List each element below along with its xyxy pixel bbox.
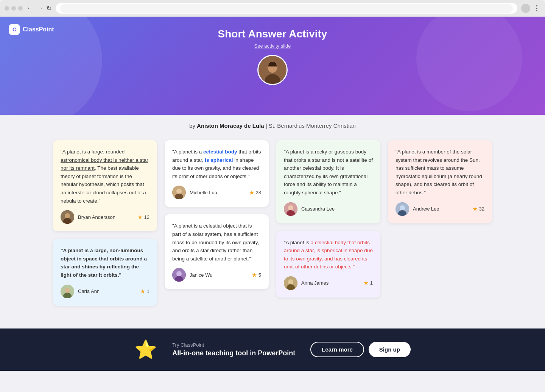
answer-card-andrew: "A planet is a member of the solar syste… xyxy=(388,140,492,223)
browser-window-controls xyxy=(5,6,23,11)
svg-point-23 xyxy=(400,205,405,211)
answer-text-bryan: "A planet is a large, rounded astronomic… xyxy=(61,148,149,205)
avatar-bryan xyxy=(61,210,74,224)
svg-point-20 xyxy=(288,279,293,285)
teacher-avatar-img xyxy=(258,55,287,85)
blue-bold-spherical: is spherical xyxy=(205,157,233,163)
profile-icon xyxy=(521,4,530,13)
star-icon: ★ xyxy=(137,214,143,221)
school-name: St. Bernardius Monterrey Christian xyxy=(269,122,356,129)
star-count-janice: 5 xyxy=(258,272,261,278)
red-text-anna: a celestial body that orbits around a st… xyxy=(284,240,373,270)
star-count-andrew: 32 xyxy=(479,206,484,212)
see-activity-slide-link[interactable]: See activity slide xyxy=(0,43,545,49)
card-footer-anna: Anna James ★ 1 xyxy=(284,276,373,290)
browser-menu-button[interactable]: ⋮ xyxy=(533,4,540,12)
star-count-carla: 1 xyxy=(147,288,149,294)
stars-carla: ★ 1 xyxy=(140,288,149,295)
carla-bold-text: "A planet is a large, non-luminous objec… xyxy=(61,248,147,278)
svg-point-8 xyxy=(65,288,70,293)
card-footer-andrew: Andrew Lee ★ 32 xyxy=(396,202,484,216)
star-count-bryan: 12 xyxy=(144,214,149,220)
svg-point-14 xyxy=(176,271,182,276)
answer-card-janice: "A planet is a celestial object that is … xyxy=(165,214,269,289)
stars-bryan: ★ 12 xyxy=(137,214,149,221)
card-footer-michelle: Michelle Lua ★ 28 xyxy=(172,186,261,199)
learn-more-button[interactable]: Learn more xyxy=(310,342,364,357)
forward-button[interactable]: → xyxy=(36,4,43,12)
underlined-text: large, rounded astronomical body that is… xyxy=(61,149,148,171)
column-3: "A planet is a rocky or gaseous body tha… xyxy=(276,140,380,297)
student-name-cassandra: Cassandra Lee xyxy=(301,206,369,212)
card-footer-bryan: Bryan Andersson ★ 12 xyxy=(61,210,149,224)
answer-card-carla: "A planet is a large, non-luminous objec… xyxy=(53,239,157,305)
card-footer-cassandra: Cassandra Lee xyxy=(284,202,373,216)
answer-text-anna: "A planet is a celestial body that orbit… xyxy=(284,239,373,271)
maximize-dot xyxy=(18,6,23,11)
author-prefix: by xyxy=(189,122,195,129)
answer-text-carla: "A planet is a large, non-luminous objec… xyxy=(61,246,149,279)
svg-point-5 xyxy=(65,213,70,218)
author-section: by Aniston Moracay de Lula | St. Bernard… xyxy=(0,115,545,133)
minimize-dot xyxy=(11,6,16,11)
blue-bold-celestial: celestial body xyxy=(203,149,237,155)
author-separator: | xyxy=(266,122,269,129)
browser-navigation: ← → ↻ xyxy=(26,4,52,12)
footer-text-block: Try ClassPoint All-in-one teaching tool … xyxy=(172,342,295,357)
student-name-michelle: Michelle Lua xyxy=(190,190,245,195)
try-classpoint-label: Try ClassPoint xyxy=(172,342,295,348)
avatar-michelle xyxy=(172,186,186,199)
student-name-bryan: Bryan Andersson xyxy=(78,214,134,220)
answer-card-anna: "A planet is a celestial body that orbit… xyxy=(276,231,380,297)
star-count-michelle: 28 xyxy=(256,190,261,195)
footer-tagline: All-in-one teaching tool in PowerPoint xyxy=(172,349,295,357)
sign-up-button[interactable]: Sign up xyxy=(369,342,411,357)
star-icon: ★ xyxy=(140,288,145,295)
star-icon: ★ xyxy=(249,189,254,196)
answer-text-andrew: "A planet is a member of the solar syste… xyxy=(396,148,484,197)
card-footer-carla: Carla Ann ★ 1 xyxy=(61,285,149,298)
stars-janice: ★ 5 xyxy=(252,271,261,279)
avatar-janice xyxy=(172,268,186,282)
avatar-cassandra xyxy=(284,202,297,216)
stars-anna: ★ 1 xyxy=(363,279,373,287)
answer-text-michelle: "A planet is a celestial body that orbit… xyxy=(172,148,261,180)
svg-point-11 xyxy=(176,189,182,194)
svg-point-17 xyxy=(288,205,293,211)
footer-buttons: Learn more Sign up xyxy=(310,342,411,357)
column-2: "A planet is a celestial body that orbit… xyxy=(165,140,269,289)
footer-banner: ⭐ Try ClassPoint All-in-one teaching too… xyxy=(0,328,545,371)
column-4: "A planet is a member of the solar syste… xyxy=(388,140,492,223)
answers-grid: "A planet is a large, rounded astronomic… xyxy=(45,140,500,306)
star-count-anna: 1 xyxy=(370,280,373,286)
page-header: C ClassPoint Short Answer Activity See a… xyxy=(0,17,545,115)
reload-button[interactable]: ↻ xyxy=(46,4,52,12)
column-1: "A planet is a large, rounded astronomic… xyxy=(53,140,157,306)
browser-chrome: ← → ↻ ⋮ xyxy=(0,0,545,17)
student-name-anna: Anna James xyxy=(301,280,360,286)
avatar-carla xyxy=(61,285,74,298)
stars-andrew: ★ 32 xyxy=(472,205,484,212)
star-decoration: ⭐ xyxy=(134,339,157,360)
avatar-anna xyxy=(284,276,297,290)
address-input[interactable] xyxy=(60,4,513,13)
student-name-andrew: Andrew Lee xyxy=(413,206,469,212)
back-button[interactable]: ← xyxy=(26,4,33,12)
close-dot xyxy=(5,6,9,11)
answer-card-bryan: "A planet is a large, rounded astronomic… xyxy=(53,140,157,231)
page-title: Short Answer Activity xyxy=(0,28,545,40)
student-name-carla: Carla Ann xyxy=(78,288,136,294)
answer-text-cassandra: "A planet is a rocky or gaseous body tha… xyxy=(284,148,373,197)
avatar-andrew xyxy=(396,202,409,216)
student-name-janice: Janice Wu xyxy=(190,272,248,278)
address-bar-container xyxy=(56,3,517,14)
teacher-avatar xyxy=(257,55,288,85)
underline-planet: A planet xyxy=(397,149,416,155)
answer-card-cassandra: "A planet is a rocky or gaseous body tha… xyxy=(276,140,380,223)
star-icon: ★ xyxy=(363,279,369,287)
star-icon: ★ xyxy=(252,271,257,279)
answer-card-michelle: "A planet is a celestial body that orbit… xyxy=(165,140,269,207)
card-footer-janice: Janice Wu ★ 5 xyxy=(172,268,261,282)
browser-actions: ⋮ xyxy=(521,4,540,13)
stars-michelle: ★ 28 xyxy=(249,189,261,196)
